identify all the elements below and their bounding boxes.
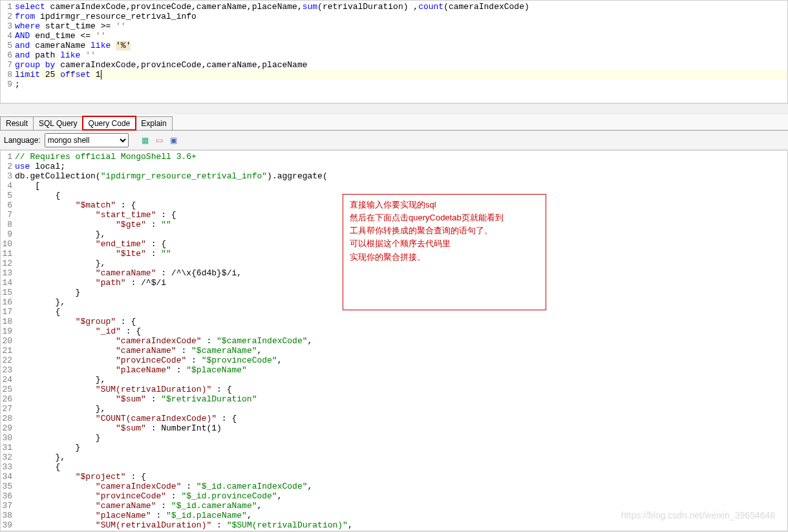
mongo-code-lines[interactable]: // Requires official MongoShell 3.6+use … [15, 152, 787, 530]
code-line[interactable]: }, [15, 229, 787, 239]
code-line[interactable]: and path like '' [15, 50, 787, 60]
code-line[interactable]: "_id" : { [15, 326, 787, 336]
language-select[interactable]: mongo shell [45, 133, 129, 147]
tab-explain[interactable]: Explain [135, 116, 172, 130]
code-line[interactable]: from ipdirmgr_resource_retrival_info [15, 12, 787, 21]
code-line[interactable]: }, [15, 375, 787, 385]
mongo-code-area[interactable]: 1234567891011121314151617181920212223242… [1, 151, 787, 530]
query-code-toolbar: Language: mongo shell ▦ ▭ ▣ [0, 131, 788, 150]
code-line[interactable]: "placeName" : "$_id.placeName", [15, 511, 787, 520]
code-line[interactable]: "start_time" : { [15, 210, 787, 220]
code-line[interactable]: "$match" : { [15, 200, 787, 210]
language-label: Language: [4, 136, 41, 145]
code-line[interactable]: "COUNT(cameraIndexCode)" : { [15, 414, 787, 423]
code-line[interactable]: where start_time >= '' [15, 21, 787, 31]
code-line[interactable]: use local; [15, 162, 787, 171]
sql-code-lines[interactable]: select cameraIndexCode,provinceCode,came… [15, 2, 787, 89]
code-line[interactable]: } [15, 288, 787, 297]
tab-sqlquery[interactable]: SQL Query [33, 116, 83, 130]
export-grid-icon[interactable]: ▭ [154, 135, 165, 145]
code-line[interactable]: [ [15, 181, 787, 191]
code-line[interactable]: "provinceCode" : "$_id.provinceCode", [15, 491, 787, 501]
code-line[interactable]: "SUM(retrivalDuration)" : { [15, 385, 787, 394]
sql-editor-pane[interactable]: 123456789 select cameraIndexCode,provinc… [0, 0, 788, 103]
tab-result[interactable]: Result [0, 116, 34, 130]
code-line[interactable]: "cameraName" : /^\x{6d4b}$/i, [15, 268, 787, 278]
mongo-editor-pane[interactable]: 1234567891011121314151617181920212223242… [0, 150, 788, 531]
code-line[interactable]: "$sum" : "$retrivalDuration" [15, 394, 787, 404]
tab-querycode[interactable]: Query Code [83, 116, 136, 130]
export-blocks-icon[interactable]: ▣ [169, 135, 179, 145]
code-line[interactable]: "$lte" : "" [15, 249, 787, 259]
code-line[interactable]: "$gte" : "" [15, 220, 787, 229]
code-line[interactable]: "cameraIndexCode" : "$cameraIndexCode", [15, 336, 787, 346]
code-line[interactable]: "$project" : { [15, 472, 787, 482]
export-sheet-icon[interactable]: ▦ [140, 135, 151, 145]
code-line[interactable]: }, [15, 452, 787, 462]
sql-gutter: 123456789 [1, 2, 15, 89]
code-line[interactable]: "$group" : { [15, 317, 787, 326]
mongo-gutter: 1234567891011121314151617181920212223242… [1, 152, 15, 530]
code-line[interactable]: }, [15, 404, 787, 414]
code-line[interactable]: "$sum" : NumberInt(1) [15, 423, 787, 433]
code-line[interactable]: "cameraName" : "$cameraName", [15, 346, 787, 356]
code-line[interactable]: ; [15, 80, 787, 89]
code-line[interactable]: select cameraIndexCode,provinceCode,came… [15, 2, 787, 12]
code-line[interactable]: { [15, 191, 787, 200]
code-line[interactable]: { [15, 462, 787, 472]
result-tabs-row: ResultSQL QueryQuery CodeExplain [0, 114, 788, 131]
code-line[interactable]: group by cameraIndexCode,provinceCode,ca… [15, 60, 787, 70]
code-line[interactable]: "placeName" : "$placeName" [15, 365, 787, 375]
code-line[interactable]: { [15, 307, 787, 317]
code-line[interactable]: AND end_time <= '' [15, 31, 787, 41]
code-line[interactable]: "cameraName" : "$_id.cameraName", [15, 501, 787, 511]
code-line[interactable]: "SUM(retrivalDuration)" : "$SUM(retrival… [15, 520, 787, 530]
code-line[interactable]: }, [15, 297, 787, 307]
code-line[interactable]: db.getCollection("ipdirmgr_resource_retr… [15, 171, 787, 181]
sql-horizontal-scrollbar[interactable] [0, 103, 788, 114]
code-line[interactable]: } [15, 433, 787, 443]
code-line[interactable]: // Requires official MongoShell 3.6+ [15, 152, 787, 162]
code-line[interactable]: "path" : /^$/i [15, 278, 787, 288]
code-line[interactable]: "cameraIndexCode" : "$_id.cameraIndexCod… [15, 482, 787, 491]
code-line[interactable]: "end_time" : { [15, 239, 787, 249]
code-line[interactable]: }, [15, 259, 787, 268]
code-line[interactable]: and cameraName like '%' [15, 41, 787, 50]
sql-code-area[interactable]: 123456789 select cameraIndexCode,provinc… [1, 1, 787, 89]
code-line[interactable]: "provinceCode" : "$provinceCode", [15, 356, 787, 365]
code-line[interactable]: } [15, 443, 787, 452]
code-line[interactable]: limit 25 offset 1 [15, 70, 787, 80]
